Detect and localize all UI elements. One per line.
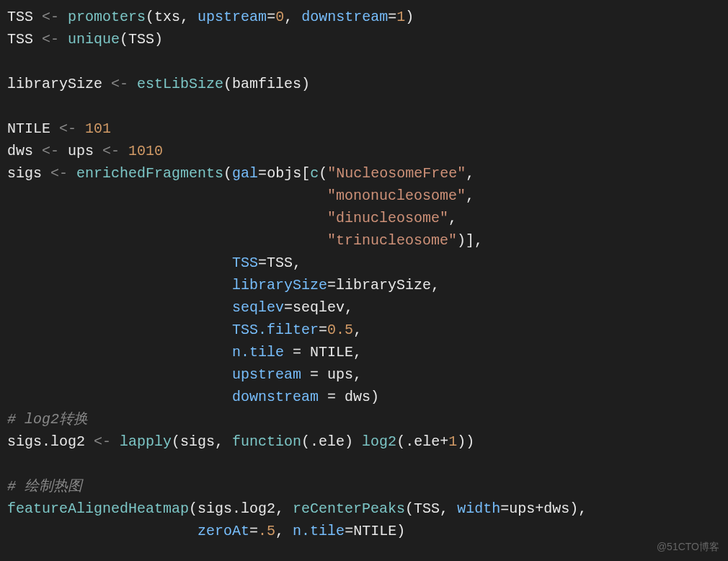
code-token: =TSS, <box>258 255 301 271</box>
code-token: <- <box>42 143 68 159</box>
code-token: (bamfiles) <box>223 76 310 92</box>
code-line: "mononucleosome", <box>7 185 721 207</box>
code-token <box>7 277 232 293</box>
code-line: TSS=TSS, <box>7 252 721 274</box>
code-line: sigs.log2 <- lapply(sigs, function(.ele)… <box>7 430 721 453</box>
code-token: width <box>457 500 500 517</box>
code-token <box>7 389 232 405</box>
code-token: (.ele) <box>301 433 362 450</box>
code-token: ( <box>319 165 327 182</box>
code-token: sigs <box>7 165 50 182</box>
code-line <box>7 453 721 475</box>
code-token: (.ele+ <box>396 433 448 450</box>
code-token: =ups+dws), <box>500 500 587 517</box>
code-token: estLibSize <box>137 76 223 92</box>
code-token: , <box>180 9 197 25</box>
code-token: objs <box>267 165 301 182</box>
code-token: <- <box>50 165 76 182</box>
code-token: "mononucleosome" <box>327 187 466 204</box>
code-token: <- <box>94 433 120 450</box>
code-line: sigs <- enrichedFragments(gal=objs[c("Nu… <box>7 162 721 185</box>
code-line: "dinucleosome", <box>7 207 721 229</box>
code-token: <- <box>42 31 68 48</box>
code-token: , <box>275 523 293 539</box>
code-token: # 绘制热图 <box>7 478 82 495</box>
code-token: TSS.filter <box>232 322 319 338</box>
code-token: = <box>267 9 275 25</box>
code-token: 0.5 <box>327 322 353 338</box>
code-token: , <box>448 210 457 226</box>
code-token <box>7 98 16 115</box>
code-token <box>7 187 327 204</box>
code-token: reCenterPeaks <box>293 500 405 517</box>
code-token: <- <box>59 120 85 137</box>
code-block: TSS <- promoters(txs, upstream=0, downst… <box>7 6 721 542</box>
code-token: downstream <box>232 389 319 405</box>
code-token: = NTILE, <box>284 344 362 361</box>
code-token: "trinucleosome" <box>327 232 457 249</box>
code-token: (TSS) <box>120 31 163 48</box>
code-token: txs <box>154 9 180 25</box>
code-token: = <box>388 9 396 25</box>
code-line <box>7 95 721 118</box>
code-token: (sigs.log2, <box>189 500 293 517</box>
code-token: ) <box>405 9 414 25</box>
code-token: , <box>353 322 362 338</box>
code-line: n.tile = NTILE, <box>7 341 721 363</box>
code-token: .5 <box>258 523 275 539</box>
code-token: <- <box>102 143 128 159</box>
code-token <box>7 299 232 316</box>
code-token: <- <box>42 9 68 25</box>
code-token: upstream <box>232 366 301 383</box>
code-token: 0 <box>275 9 284 25</box>
code-token: log2 <box>362 433 396 450</box>
code-token: enrichedFragments <box>76 165 223 182</box>
code-line: featureAlignedHeatmap(sigs.log2, reCente… <box>7 498 721 520</box>
code-token <box>7 344 232 361</box>
code-token <box>7 456 16 472</box>
code-token: upstream <box>197 9 267 25</box>
code-token: ( <box>223 165 232 182</box>
code-token <box>7 232 327 249</box>
code-line: zeroAt=.5, n.tile=NTILE) <box>7 520 721 542</box>
code-token <box>7 366 232 383</box>
code-token: 1 <box>448 433 457 450</box>
code-token: )) <box>457 433 474 450</box>
code-token: TSS <box>232 255 258 271</box>
code-token: c <box>310 165 319 182</box>
code-line: seqlev=seqlev, <box>7 296 721 319</box>
code-token: = <box>319 322 327 338</box>
code-token: zeroAt <box>197 523 249 539</box>
code-token: = <box>249 523 258 539</box>
code-token: (TSS, <box>405 500 457 517</box>
code-token: = dws) <box>319 389 379 405</box>
code-line: # log2转换 <box>7 408 721 430</box>
code-token: , <box>466 165 474 182</box>
code-token: (sigs, <box>172 433 232 450</box>
code-token: TSS <box>7 31 42 48</box>
code-line: upstream = ups, <box>7 363 721 386</box>
code-token: lapply <box>120 433 172 450</box>
code-token <box>7 523 197 539</box>
code-line: # 绘制热图 <box>7 475 721 498</box>
code-token: seqlev <box>232 299 284 316</box>
code-line: "trinucleosome")], <box>7 229 721 252</box>
watermark: @51CTO博客 <box>657 539 719 555</box>
code-line: librarySize <- estLibSize(bamfiles) <box>7 73 721 95</box>
code-token: 1010 <box>128 143 163 159</box>
code-line: TSS.filter=0.5, <box>7 319 721 341</box>
code-token <box>7 255 232 271</box>
code-token: librarySize <box>7 76 111 92</box>
code-line: TSS <- promoters(txs, upstream=0, downst… <box>7 6 721 28</box>
code-token: , <box>284 9 301 25</box>
code-token: 101 <box>85 120 111 137</box>
code-token: # log2转换 <box>7 411 88 428</box>
code-token: =librarySize, <box>327 277 440 293</box>
code-token: [ <box>301 165 310 182</box>
code-token: promoters <box>68 9 146 25</box>
code-token: )], <box>457 232 483 249</box>
code-token: "NucleosomeFree" <box>327 165 466 182</box>
code-token: dws <box>7 143 42 159</box>
code-token: NTILE <box>7 120 59 137</box>
code-token: gal <box>232 165 258 182</box>
